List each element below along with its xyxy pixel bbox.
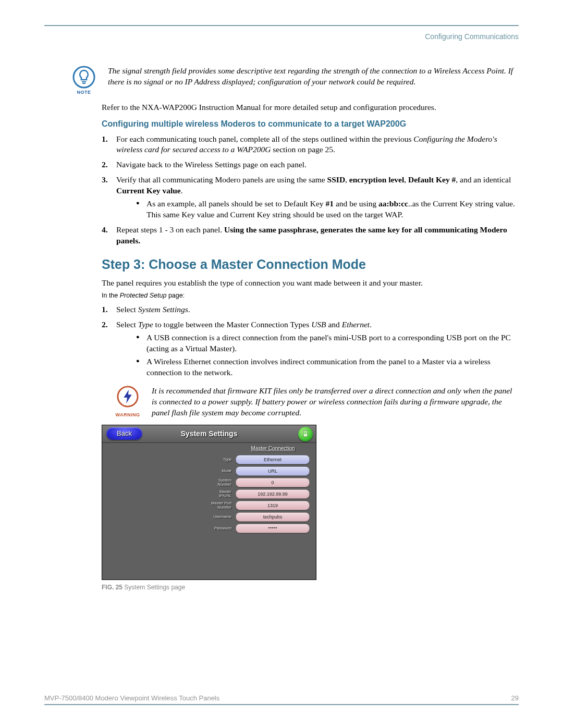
back-button[interactable]: Back — [106, 427, 142, 440]
step3-heading: Step 3: Choose a Master Connection Mode — [102, 256, 519, 274]
ss-row-label: Master IP/URL — [206, 490, 231, 498]
li4-a: Repeat steps 1 - 3 on each panel. — [116, 225, 224, 234]
fig-text: System Settings page — [123, 584, 185, 591]
sub-a: As an example, all panels should be set … — [146, 199, 326, 208]
list-item: 3. Verify that all communicating Modero … — [102, 175, 519, 220]
note-label: NOTE — [65, 90, 103, 95]
ss-row: System Number0 — [206, 477, 310, 488]
footer: MVP-7500/8400 Modero Viewpoint Wireless … — [44, 694, 519, 705]
o2c: to toggle between the Master Connection … — [153, 320, 311, 329]
ss-field-value[interactable]: Ethernet — [236, 455, 310, 464]
ss-row-label: Username — [206, 515, 231, 519]
warning-icon-col: WARNING — [109, 386, 146, 418]
svg-rect-5 — [304, 431, 307, 434]
ss-row: TypeEthernet — [206, 454, 310, 465]
list-item: A USB connection is a direct connection … — [136, 332, 519, 354]
list-item: 1. For each communicating touch panel, c… — [102, 134, 519, 156]
inthe-b: Protected Setup — [120, 292, 167, 299]
ss-row-label: Type — [206, 458, 231, 462]
footer-page-number: 29 — [511, 694, 519, 702]
li3-ckv: Current Key value — [116, 186, 181, 195]
li3-ssid: SSID — [327, 175, 345, 184]
inthe-c: page: — [166, 292, 185, 299]
ss-body: Master Connection TypeEthernetModeURLSys… — [102, 443, 316, 579]
note-text: The signal strength field provides some … — [108, 66, 519, 88]
list-item: 2. Navigate back to the Wireless Setting… — [102, 159, 519, 170]
page: Configuring Communications NOTE The sign… — [0, 0, 563, 728]
sub-key: aa:bb:cc — [378, 199, 408, 208]
ss-field-value[interactable]: 1319 — [236, 501, 310, 510]
lightbulb-icon — [72, 66, 95, 89]
footer-left: MVP-7500/8400 Modero Viewpoint Wireless … — [44, 694, 219, 702]
li1-part-a: For each communicating touch panel, comp… — [116, 134, 413, 143]
o2a: Select — [116, 320, 138, 329]
step3-intro: The panel requires you establish the typ… — [102, 278, 519, 289]
o1a: Select — [116, 305, 138, 314]
sub-heading: Configuring multiple wireless Moderos to… — [102, 118, 519, 130]
device-icon — [302, 430, 309, 438]
ss-fields: TypeEthernetModeURLSystem Number0Master … — [206, 454, 310, 535]
ss-row: Master IP/URL192.192.99.99 — [206, 489, 310, 499]
li3-d: , and an identical — [456, 175, 511, 184]
ss-field-value[interactable]: ***** — [236, 524, 310, 533]
step3-list: 1. Select System Settings. 2. Select Typ… — [102, 304, 519, 378]
list-item: 1. Select System Settings. — [102, 304, 519, 315]
fig-prefix: FIG. 25 — [102, 584, 123, 591]
o2g: . — [370, 320, 372, 329]
sub-b: and be using — [334, 199, 378, 208]
list-item: 4. Repeat steps 1 - 3 on each panel. Usi… — [102, 225, 519, 246]
figure-caption: FIG. 25 System Settings page — [102, 583, 519, 591]
sub-num: #1 — [326, 199, 334, 208]
li1-part-c: section on page 25. — [271, 145, 335, 154]
ss-row: ModeURL — [206, 466, 310, 476]
list-item: 2. Select Type to toggle between the Mas… — [102, 319, 519, 378]
sub-bullets: As an example, all panels should be set … — [136, 199, 519, 220]
warning-label: WARNING — [109, 412, 146, 418]
ss-row-label: Mode — [206, 469, 231, 473]
config-steps-list: 1. For each communicating touch panel, c… — [102, 134, 519, 246]
list-item: A Wireless Ethernet connection involves … — [136, 356, 519, 378]
system-settings-screenshot: Back System Settings Master Connection T… — [102, 425, 316, 580]
ss-row: Usernametechpubs — [206, 512, 310, 522]
li3-a: Verify that all communicating Modero pan… — [116, 175, 327, 184]
o2d: USB — [311, 320, 326, 329]
li3-def: Default Key # — [408, 175, 456, 184]
ss-header: Back System Settings — [102, 425, 316, 443]
o2f: Ethernet — [342, 320, 370, 329]
refer-text: Refer to the NXA-WAP200G Instruction Man… — [102, 102, 519, 113]
status-indicator-button[interactable] — [298, 427, 313, 441]
ss-field-value[interactable]: 0 — [236, 478, 310, 487]
warning-block: WARNING It is recommended that firmware … — [109, 386, 519, 418]
o1b: System Settings — [138, 305, 188, 314]
ss-field-value[interactable]: techpubs — [236, 512, 310, 522]
top-rule — [44, 25, 519, 26]
ss-row-label: System Number — [206, 478, 231, 487]
li3-e: . — [181, 186, 183, 195]
o2b: Type — [138, 320, 153, 329]
ss-section-label: Master Connection — [232, 445, 313, 452]
ss-field-value[interactable]: URL — [236, 466, 310, 476]
ss-field-value[interactable]: 192.192.99.99 — [236, 489, 310, 499]
o1c: . — [188, 305, 190, 314]
li3-c: , — [404, 175, 408, 184]
content-column: Refer to the NXA-WAP200G Instruction Man… — [102, 102, 519, 591]
inthe-a: In the — [102, 292, 120, 299]
ss-row: Master Port Number1319 — [206, 500, 310, 511]
in-the-line: In the Protected Setup page: — [102, 291, 519, 300]
li3-enc: encryption level — [349, 175, 404, 184]
o2e: and — [326, 320, 342, 329]
li2-text: Navigate back to the Wireless Settings p… — [116, 160, 307, 169]
ss-row-label: Password — [206, 526, 231, 530]
list-item: As an example, all panels should be set … — [136, 199, 519, 220]
note-block: NOTE The signal strength field provides … — [65, 66, 519, 95]
lightning-icon — [117, 386, 139, 408]
step3-bullets: A USB connection is a direct connection … — [136, 332, 519, 378]
note-icon-col: NOTE — [65, 66, 103, 95]
ss-row-label: Master Port Number — [206, 501, 231, 510]
ss-row: Password***** — [206, 523, 310, 534]
warning-text: It is recommended that firmware KIT file… — [152, 386, 519, 418]
li3-b: , — [345, 175, 349, 184]
header-section-title: Configuring Communications — [44, 32, 519, 41]
